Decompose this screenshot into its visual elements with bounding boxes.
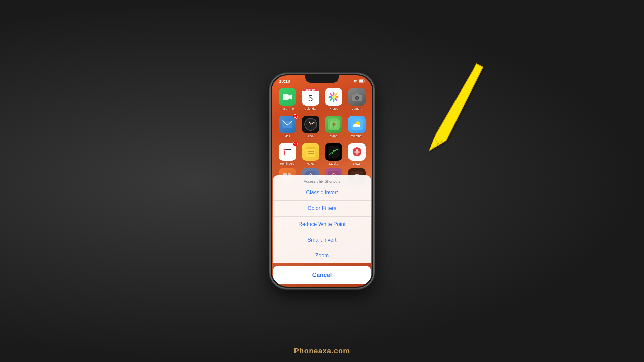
mail-label: Mail (284, 134, 290, 138)
app-stocks[interactable]: Stocks (323, 143, 344, 165)
app-mail[interactable]: 1 Mail (277, 116, 298, 138)
maps-label: Maps (330, 134, 337, 138)
svg-rect-36 (306, 147, 315, 149)
svg-point-11 (335, 96, 339, 98)
app-photos[interactable]: Photos (323, 88, 344, 110)
app-notes[interactable]: Notes (300, 143, 321, 165)
svg-point-8 (333, 92, 334, 95)
svg-rect-40 (328, 146, 340, 158)
calendar-day: Saturday (302, 88, 319, 91)
svg-rect-5 (283, 94, 289, 100)
status-icons (353, 79, 365, 83)
app-grid-row3: 1 Reminders (272, 140, 372, 168)
battery-icon (359, 79, 365, 83)
reduce-white-point-item[interactable]: Reduce White Point (273, 217, 371, 232)
app-grid-row1: FaceTime Saturday 5 Calendar (272, 85, 372, 113)
accessibility-modal-overlay: Accessibility Shortcuts Classic Invert C… (272, 175, 372, 287)
app-facetime[interactable]: FaceTime (277, 88, 298, 110)
smart-invert-item[interactable]: Smart Invert (273, 232, 371, 248)
cancel-button[interactable]: Cancel (273, 266, 371, 284)
clock-icon (302, 116, 319, 133)
app-maps[interactable]: Maps (323, 116, 344, 138)
svg-point-21 (359, 95, 360, 96)
app-clock[interactable]: Clock (300, 116, 321, 138)
svg-point-20 (356, 97, 358, 99)
phone-screen: 10:10 (272, 75, 372, 287)
reminders-badge: 1 (293, 142, 298, 146)
clock-label: Clock (307, 134, 314, 138)
accessibility-sheet: Accessibility Shortcuts Classic Invert C… (273, 175, 371, 263)
app-grid-row2: 1 Mail Clock (272, 113, 372, 140)
calendar-icon: Saturday 5 (302, 88, 319, 106)
wifi-icon (353, 79, 358, 83)
calendar-label: Calendar (304, 107, 317, 110)
svg-point-29 (283, 149, 285, 151)
watermark: Phoneaxa.com (294, 347, 350, 355)
svg-point-10 (329, 96, 332, 98)
stocks-label: Stocks (329, 162, 338, 165)
svg-rect-4 (364, 81, 365, 82)
svg-point-28 (355, 125, 360, 127)
svg-point-31 (283, 151, 285, 153)
photos-label: Photos (329, 107, 338, 110)
app-camera[interactable]: Camera (346, 88, 367, 110)
maps-icon (325, 116, 342, 133)
mail-badge: 1 (293, 114, 298, 119)
color-filters-item[interactable]: Color Filters (273, 201, 371, 217)
news-label: News (353, 162, 361, 165)
app-calendar[interactable]: Saturday 5 Calendar (300, 88, 321, 110)
camera-label: Camera (351, 107, 362, 110)
app-news[interactable]: News (346, 143, 367, 165)
svg-point-43 (356, 151, 358, 153)
stocks-icon (325, 143, 342, 161)
clock-face (304, 118, 317, 131)
weather-label: Weather (351, 134, 363, 138)
svg-marker-17 (355, 93, 359, 95)
mail-icon: 1 (279, 116, 296, 133)
status-time: 10:10 (279, 79, 290, 84)
calendar-date: 5 (302, 91, 319, 106)
reminders-icon: 1 (279, 143, 296, 161)
app-reminders[interactable]: 1 Reminders (277, 143, 298, 165)
reminders-label: Reminders (280, 162, 295, 165)
svg-point-33 (283, 153, 285, 155)
svg-point-24 (333, 123, 335, 125)
clock-center-dot (310, 124, 311, 125)
app-weather[interactable]: Weather (346, 116, 367, 138)
photos-icon (325, 88, 342, 106)
zoom-item[interactable]: Zoom (273, 248, 371, 263)
sheet-title: Accessibility Shortcuts (273, 175, 371, 185)
facetime-icon (279, 88, 296, 106)
svg-point-9 (333, 99, 334, 102)
camera-icon (348, 88, 366, 106)
phone-device: 10:10 (270, 74, 374, 288)
svg-marker-6 (289, 94, 292, 100)
notes-label: Notes (307, 162, 315, 165)
weather-icon (348, 116, 366, 133)
classic-invert-item[interactable]: Classic Invert (273, 185, 371, 201)
notch (305, 75, 339, 83)
notes-icon (302, 143, 319, 161)
facetime-label: FaceTime (281, 107, 294, 110)
svg-rect-3 (359, 80, 363, 82)
news-icon (348, 143, 366, 161)
